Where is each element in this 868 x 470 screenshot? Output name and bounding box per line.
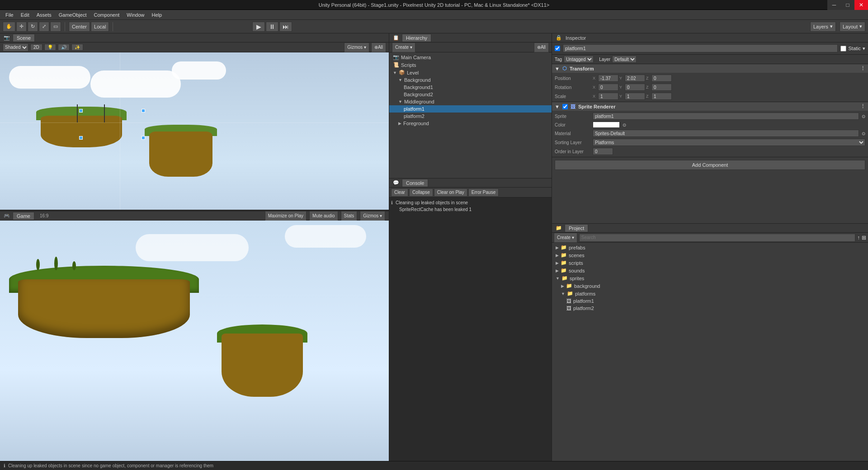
hier-platform2[interactable]: platform2	[389, 113, 552, 120]
pos-x-field[interactable]	[598, 75, 618, 82]
close-button[interactable]: ✕	[854, 0, 868, 10]
menu-component[interactable]: Component	[90, 11, 123, 19]
object-name-field[interactable]	[563, 44, 838, 52]
sprite-target-icon[interactable]: ⊙	[862, 114, 865, 119]
proj-sprites[interactable]: ▼ 📁 sprites	[552, 274, 868, 282]
handle4[interactable]	[142, 136, 145, 140]
move-tool[interactable]: ✛	[16, 22, 27, 32]
error-pause-button[interactable]: Error Pause	[468, 188, 499, 197]
material-target-icon[interactable]: ⊙	[862, 131, 865, 136]
stats-btn[interactable]: Stats	[341, 211, 358, 221]
sprite-renderer-header[interactable]: ▼ 🖼 Sprite Renderer ⋮	[552, 102, 868, 111]
sort-ascending-icon[interactable]: ↑	[857, 235, 860, 241]
collapse-button[interactable]: Collapse	[409, 188, 433, 197]
hier-scripts[interactable]: 📜 Scripts	[389, 61, 552, 69]
scale-z-field[interactable]	[651, 93, 672, 100]
hierarchy-create-btn[interactable]: Create ▾	[392, 42, 415, 52]
hierarchy-all-btn[interactable]: ⊕All	[534, 42, 549, 52]
hier-platform1[interactable]: platform1	[389, 105, 552, 113]
proj-scenes[interactable]: ▶ 📁 scenes	[552, 251, 868, 259]
all-button[interactable]: ⊕All	[371, 42, 386, 52]
pos-z-field[interactable]	[651, 75, 672, 82]
menu-file[interactable]: File	[2, 11, 17, 19]
order-in-layer-field[interactable]	[593, 148, 613, 155]
hier-background1[interactable]: Background1	[389, 84, 552, 91]
static-checkbox[interactable]	[840, 46, 846, 52]
console-tab[interactable]: Console	[402, 179, 428, 187]
clear-button[interactable]: Clear	[391, 188, 408, 197]
menu-help[interactable]: Help	[148, 11, 165, 19]
transform-header[interactable]: ▼ ⬡ Transform ⋮	[552, 64, 868, 73]
menu-edit[interactable]: Edit	[17, 11, 33, 19]
local-button[interactable]: Local	[91, 22, 109, 32]
handle3[interactable]	[79, 136, 83, 140]
pos-y-field[interactable]	[625, 75, 645, 82]
minimize-button[interactable]: ─	[827, 0, 841, 10]
scene-fx-btn[interactable]: ✨	[71, 44, 83, 51]
menu-assets[interactable]: Assets	[33, 11, 55, 19]
project-search-input[interactable]	[579, 234, 855, 242]
scene-tab[interactable]: Scene	[13, 34, 35, 42]
game-gizmos-btn[interactable]: Gizmos ▾	[360, 211, 385, 221]
sprite-renderer-menu-icon[interactable]: ⋮	[860, 103, 865, 109]
mute-audio-btn[interactable]: Mute audio	[309, 211, 338, 221]
game-tab[interactable]: Game	[13, 212, 34, 220]
scene-audio-btn[interactable]: 🔊	[58, 44, 70, 51]
color-expand-icon[interactable]: ⊙	[623, 122, 626, 127]
play-button[interactable]: ▶	[252, 22, 265, 32]
project-tab[interactable]: Project	[565, 224, 588, 232]
add-component-button[interactable]: Add Component	[555, 160, 865, 170]
scale-tool[interactable]: ⤢	[39, 22, 49, 32]
hier-main-camera[interactable]: 📷 Main Camera	[389, 53, 552, 61]
center-button[interactable]: Center	[69, 22, 90, 32]
hier-background[interactable]: ▼ Background	[389, 76, 552, 84]
layer-dropdown[interactable]: Default	[612, 56, 637, 63]
menu-window[interactable]: Window	[123, 11, 148, 19]
rot-x-field[interactable]	[598, 84, 618, 91]
color-swatch[interactable]	[593, 122, 620, 128]
proj-platform1[interactable]: 🖼 platform1	[552, 297, 868, 305]
scale-x-field[interactable]	[598, 93, 618, 100]
proj-platform2[interactable]: 🖼 platform2	[552, 305, 868, 312]
proj-sounds[interactable]: ▶ 📁 sounds	[552, 267, 868, 274]
pause-button[interactable]: ⏸	[266, 22, 278, 32]
rot-y-field[interactable]	[625, 84, 645, 91]
scene-viewport[interactable]	[0, 52, 389, 210]
proj-prefabs[interactable]: ▶ 📁 prefabs	[552, 244, 868, 251]
rect-tool[interactable]: ▭	[50, 22, 61, 32]
hier-middleground[interactable]: ▼ Middleground	[389, 98, 552, 105]
menu-gameobject[interactable]: GameObject	[55, 11, 90, 19]
shaded-dropdown[interactable]: Shaded	[3, 43, 28, 52]
material-field[interactable]	[593, 130, 859, 137]
layers-dropdown[interactable]: Layers ▾	[810, 22, 836, 32]
handle2[interactable]	[142, 109, 145, 113]
maximize-button[interactable]: □	[841, 0, 854, 10]
sprite-renderer-checkbox[interactable]	[562, 104, 568, 109]
handle1[interactable]	[79, 109, 83, 113]
step-button[interactable]: ⏭	[279, 22, 292, 32]
clear-on-play-button[interactable]: Clear on Play	[434, 188, 467, 197]
transform-menu-icon[interactable]: ⋮	[860, 66, 865, 71]
proj-background[interactable]: ▶ 📁 background	[552, 282, 868, 290]
project-create-btn[interactable]: Create ▾	[554, 233, 577, 243]
hier-level[interactable]: ▼ 📦 Level	[389, 69, 552, 76]
object-active-checkbox[interactable]	[555, 46, 560, 51]
layout-dropdown[interactable]: Layout ▾	[840, 22, 865, 32]
rotate-tool[interactable]: ↻	[28, 22, 38, 32]
hier-background2[interactable]: Background2	[389, 91, 552, 98]
sorting-layer-dropdown[interactable]: Platforms	[593, 139, 865, 146]
scene-light-btn[interactable]: 💡	[44, 44, 56, 51]
hier-foreground[interactable]: ▶ Foreground	[389, 120, 552, 127]
gizmos-button[interactable]: Gizmos ▾	[344, 42, 369, 52]
scene-2d-btn[interactable]: 2D	[30, 44, 42, 51]
sprite-field[interactable]	[593, 113, 859, 120]
game-viewport[interactable]	[0, 221, 389, 470]
inspector-tab[interactable]: Inspector	[566, 35, 586, 41]
sort-descending-icon[interactable]: ⊞	[862, 235, 866, 241]
proj-scripts[interactable]: ▶ 📁 scripts	[552, 259, 868, 267]
proj-platforms[interactable]: ▼ 📁 platforms	[552, 290, 868, 297]
hand-tool[interactable]: ✋	[3, 22, 15, 32]
maximize-on-play-btn[interactable]: Maximize on Play	[265, 211, 307, 221]
scale-y-field[interactable]	[625, 93, 645, 100]
tag-dropdown[interactable]: Untagged	[564, 56, 594, 63]
